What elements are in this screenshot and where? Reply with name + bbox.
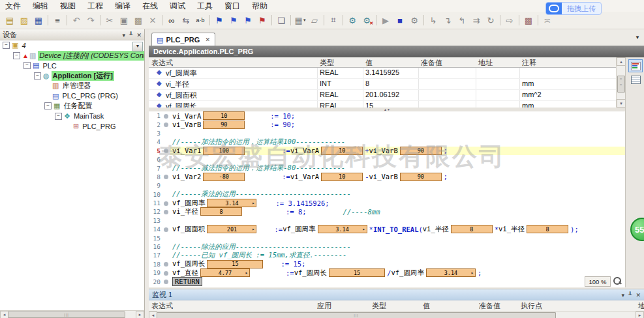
code-editor[interactable]: 泰安宏盛自动化科技有限公司 100 % 1vi_VarA10:= 10;2vi_… [149,111,625,287]
breakpoint-icon[interactable]: ⚙ [408,14,421,26]
inline-monitor-value[interactable]: 201▸ [207,225,256,233]
watch-hscrollbar[interactable]: ◄ ||| ► [149,311,644,318]
code-line-8[interactable]: 8vi_Var2-80:= vi_VarA10 - vi_VarB90 ; [149,173,625,181]
code-line-13[interactable]: 13 [149,216,625,225]
menu-item-6[interactable]: 调试 [170,1,185,12]
build-icon[interactable]: ⌗ [327,14,340,26]
flow-control-icon[interactable]: ▩ [522,14,535,26]
inline-monitor-value[interactable]: 10 [321,173,363,181]
inline-monitor-value[interactable]: 15 [329,268,385,277]
code-line-1[interactable]: 1vi_VarA10:= 10; [149,111,625,120]
watch-column-header-类型[interactable]: 类型 [372,301,386,311]
library-manager-node[interactable]: ▥库管理器 [0,81,144,91]
step-into-icon[interactable]: ↴ [441,14,454,26]
cut-icon[interactable]: ✂ [103,14,116,26]
tree-expand-icon[interactable]: − [23,62,31,69]
bookmark-prev-icon[interactable]: ⚑ [241,14,254,26]
panel-close-icon[interactable]: ✕ [636,292,641,298]
plc-prg-node[interactable]: ▤PLC_PRG (PRG) [0,91,144,102]
menu-item-0[interactable]: 文件 [5,1,21,12]
tree-dropdown-button[interactable]: ▼ [132,42,143,51]
inline-monitor-value[interactable]: 15 [207,260,263,268]
inline-monitor-value[interactable]: 3.14▸ [207,199,256,207]
inline-monitor-value[interactable]: 10 [321,147,363,155]
menu-item-4[interactable]: 编译 [115,1,130,12]
devices-hscroll-thumb[interactable]: ||| [8,311,125,318]
tabular-declaration-view-button[interactable] [628,73,643,86]
tree-expand-icon[interactable]: − [13,52,20,59]
menu-item-5[interactable]: 在线 [142,1,158,12]
declaration-vscroll-thumb[interactable]: == [617,76,625,93]
watch-variable-row[interactable]: ◆vf_圆周率REAL3.1415925 [149,67,616,79]
find-icon[interactable]: ∞ [165,14,178,26]
inline-monitor-value[interactable]: 3.14▸ [426,268,476,277]
scroll-right-icon[interactable]: ► [636,311,644,318]
code-line-12[interactable]: 12vi_半径8:= 8;//----8mm [149,207,625,216]
code-line-11[interactable]: 11vf_圆周率3.14▸:= 3.1415926; [149,199,625,207]
tree-expand-icon[interactable]: − [34,72,41,80]
stop-icon[interactable]: ■ [393,14,406,26]
watch-column-header-准备值[interactable]: 准备值 [479,301,500,311]
scroll-down-icon[interactable]: ▼ [617,99,626,108]
login-icon[interactable]: ⚙ [346,14,359,26]
tab-close-icon[interactable]: ✕ [205,36,210,43]
workbench-icon[interactable]: ≍ [541,14,554,26]
code-line-19[interactable]: 19vf_直径4.77▸:= vf_圆周长15 / vf_圆周率3.14▸; [149,268,625,277]
watch-variable-row[interactable]: ◆vf_圆面积REAL201.06192mm^2 [149,89,616,101]
find-replace-icon[interactable]: ⇆ [179,14,192,26]
code-line-3[interactable]: 3 [149,129,625,137]
editor-zoom-button[interactable]: 100 % [585,276,611,287]
plc-logic-node[interactable]: −▤PLC [0,61,144,71]
scroll-up-icon[interactable]: ▲ [617,57,626,66]
watch-column-header-地[interactable]: 地 [638,301,644,311]
inline-monitor-value[interactable]: 8 [200,207,242,216]
tree-expand-icon[interactable]: − [3,42,10,49]
logout-icon[interactable]: ⚙✕ [360,14,373,26]
panel-dropdown-icon[interactable]: ▾ [622,292,625,298]
inline-monitor-value[interactable]: -80 [203,173,245,181]
watch-column-header-表达式[interactable]: 表达式 [151,301,173,311]
code-line-10[interactable]: 10//-----乘法的运用--------------------------… [149,190,625,199]
menu-item-3[interactable]: 工程 [87,1,103,12]
panel-close-icon[interactable]: ✕ [136,32,142,38]
watch-column-header-应用[interactable]: 应用 [317,301,331,311]
document-list-dropdown-icon[interactable]: ▼ [635,35,640,40]
maintask-plc-prg-node[interactable]: ⊞PLC_PRG [0,121,144,132]
catalog-icon[interactable]: ▦▾ [294,14,307,26]
code-line-2[interactable]: 2vi_VarB90:= 90; [149,120,625,128]
watch-column-header-值[interactable]: 值 [423,301,430,311]
code-line-15[interactable]: 15 [149,233,625,242]
code-line-6[interactable]: 6 [149,155,625,164]
code-line-17[interactable]: 17//-----已知 vf_圆周长 := 15mm,求直径.-------- [149,251,625,259]
panel-pin-icon[interactable]: ┸ [129,32,132,38]
undo-icon[interactable]: ↶ [70,14,83,26]
open-project-icon[interactable]: ▨ [18,14,31,26]
code-line-7[interactable]: 7//-----减法指令的运用，运算结果-80------------ [149,164,625,172]
project-root[interactable]: −▣4 [0,40,144,51]
column-header-值[interactable]: 值 [365,58,373,68]
column-header-地址[interactable]: 地址 [478,58,493,68]
code-line-4[interactable]: 4//-----加法指令的运用，运算结果100------------ [149,137,625,146]
save-icon[interactable]: ▦ [32,14,45,26]
next-statement-icon[interactable]: ⇨ [503,14,516,26]
inline-monitor-value[interactable]: 100 [203,147,245,155]
application-node[interactable]: −◍Application [运行] [0,71,144,81]
declaration-vscrollbar[interactable]: ▲ == ▼ [616,57,625,108]
delete-icon[interactable]: ✕ [146,14,159,26]
code-line-20[interactable]: 20RETURN [149,277,625,285]
bookmark-clear-icon[interactable]: ⚑ [256,14,269,26]
bookmark-next-icon[interactable]: ⚑ [227,14,240,26]
menu-item-7[interactable]: 工具 [197,1,213,12]
panel-pin-icon[interactable]: ┸ [628,292,632,298]
magnifier-icon[interactable] [612,276,622,286]
code-line-9[interactable]: 9 [149,181,625,190]
new-file-icon[interactable]: ▤ [3,14,16,26]
drag-upload-button[interactable]: 拖拽上传 [545,2,602,15]
paste-icon[interactable]: ▩ [132,14,145,26]
task-config-node[interactable]: −▦任务配置 [0,101,144,111]
maintask-node[interactable]: −❖MainTask [0,111,144,122]
redo-icon[interactable]: ↷ [84,14,97,26]
menu-item-2[interactable]: 视图 [60,1,76,12]
print-icon[interactable]: ≡ [51,14,64,26]
step-over-icon[interactable]: ↳ [427,14,440,26]
